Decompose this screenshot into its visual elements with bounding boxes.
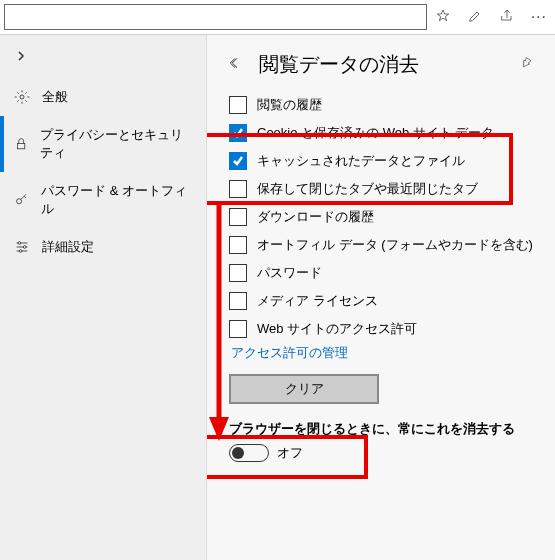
checkbox[interactable] xyxy=(229,320,247,338)
sidebar-item-general[interactable]: 全般 xyxy=(0,78,206,116)
checkbox-label: 閲覧の履歴 xyxy=(257,96,322,114)
sidebar-item-label: 全般 xyxy=(42,88,68,106)
svg-rect-1 xyxy=(18,143,25,148)
clear-data-panel: 閲覧データの消去 閲覧の履歴 Cookie と保存済みの Web サイト データ… xyxy=(207,35,555,560)
more-icon[interactable]: ··· xyxy=(531,8,547,26)
checkbox-label: ダウンロードの履歴 xyxy=(257,208,374,226)
always-clear-label: ブラウザーを閉じるときに、常にこれを消去する xyxy=(229,420,533,438)
share-icon[interactable] xyxy=(499,8,515,27)
checkbox[interactable] xyxy=(229,96,247,114)
svg-point-4 xyxy=(23,246,26,249)
lock-icon xyxy=(14,136,28,152)
checkbox-row-permissions: Web サイトのアクセス許可 xyxy=(229,320,533,338)
clear-button-label: クリア xyxy=(285,380,324,398)
key-icon xyxy=(14,192,29,208)
checkbox[interactable] xyxy=(229,264,247,282)
manage-permissions-link[interactable]: アクセス許可の管理 xyxy=(231,344,533,362)
checkbox-row-passwords: パスワード xyxy=(229,264,533,282)
checkbox-list: 閲覧の履歴 Cookie と保存済みの Web サイト データ キャッシュされた… xyxy=(229,96,533,338)
checkbox[interactable] xyxy=(229,208,247,226)
checkbox-label: メディア ライセンス xyxy=(257,292,378,310)
panel-title: 閲覧データの消去 xyxy=(259,51,519,78)
svg-point-0 xyxy=(20,95,24,99)
svg-marker-7 xyxy=(209,417,229,441)
checkbox-label: オートフィル データ (フォームやカードを含む) xyxy=(257,236,533,254)
checkbox-row-history: 閲覧の履歴 xyxy=(229,96,533,114)
checkbox-label: Cookie と保存済みの Web サイト データ xyxy=(257,124,494,142)
checkbox[interactable] xyxy=(229,152,247,170)
svg-point-5 xyxy=(19,250,22,253)
checkbox[interactable] xyxy=(229,292,247,310)
checkbox-row-media: メディア ライセンス xyxy=(229,292,533,310)
browser-toolbar: ··· xyxy=(0,0,555,35)
sidebar-item-label: 詳細設定 xyxy=(42,238,94,256)
checkbox-row-autofill: オートフィル データ (フォームやカードを含む) xyxy=(229,236,533,254)
sidebar-item-passwords[interactable]: パスワード & オートフィル xyxy=(0,172,206,228)
address-bar[interactable] xyxy=(4,4,427,30)
checkbox-label: Web サイトのアクセス許可 xyxy=(257,320,417,338)
svg-point-2 xyxy=(17,199,22,204)
checkbox[interactable] xyxy=(229,180,247,198)
back-button[interactable] xyxy=(229,55,245,74)
always-clear-toggle[interactable] xyxy=(229,444,269,462)
checkbox-label: キャッシュされたデータとファイル xyxy=(257,152,465,170)
favorites-icon[interactable] xyxy=(435,8,451,27)
clear-button[interactable]: クリア xyxy=(229,374,379,404)
expand-arrow[interactable] xyxy=(0,35,206,78)
svg-point-3 xyxy=(18,242,21,245)
sliders-icon xyxy=(14,239,30,255)
pin-icon[interactable] xyxy=(519,56,533,73)
sidebar-item-label: プライバシーとセキュリティ xyxy=(40,126,192,162)
sidebar-item-label: パスワード & オートフィル xyxy=(41,182,192,218)
checkbox-row-cookies: Cookie と保存済みの Web サイト データ xyxy=(229,124,533,142)
checkbox-label: パスワード xyxy=(257,264,322,282)
checkbox[interactable] xyxy=(229,236,247,254)
checkbox[interactable] xyxy=(229,124,247,142)
inking-icon[interactable] xyxy=(467,8,483,27)
gear-icon xyxy=(14,89,30,105)
sidebar-item-privacy[interactable]: プライバシーとセキュリティ xyxy=(0,116,206,172)
checkbox-row-tabs: 保存して閉じたタブや最近閉じたタブ xyxy=(229,180,533,198)
checkbox-label: 保存して閉じたタブや最近閉じたタブ xyxy=(257,180,478,198)
toggle-off-label: オフ xyxy=(277,444,303,462)
checkbox-row-downloads: ダウンロードの履歴 xyxy=(229,208,533,226)
checkbox-row-cache: キャッシュされたデータとファイル xyxy=(229,152,533,170)
settings-sidebar: 全般 プライバシーとセキュリティ パスワード & オートフィル 詳細設定 xyxy=(0,35,207,560)
sidebar-item-advanced[interactable]: 詳細設定 xyxy=(0,228,206,266)
